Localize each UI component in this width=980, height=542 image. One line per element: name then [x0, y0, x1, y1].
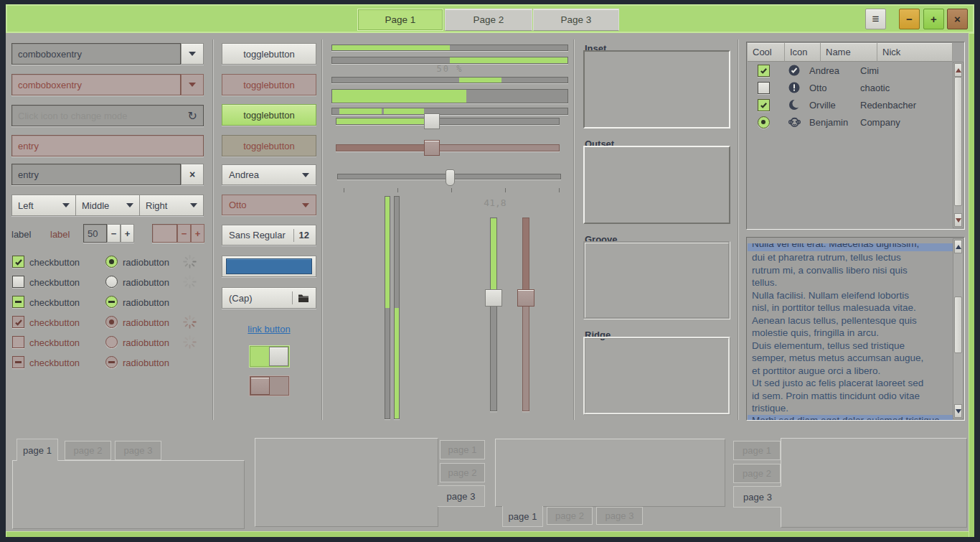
tree-column-header-cool[interactable]: Cool [748, 43, 785, 62]
scale-handle-disabled [424, 140, 440, 156]
combobox-andrea[interactable]: Andrea [222, 164, 316, 185]
row-checkbox-unchecked[interactable] [758, 82, 770, 94]
refresh-icon[interactable]: ↻ [188, 109, 197, 123]
tree-column-header-nick[interactable]: Nick [877, 43, 953, 62]
togglebutton-normal[interactable]: togglebutton [222, 43, 316, 65]
notebook2-tab-page1[interactable]: page 1 [440, 440, 485, 459]
scale-fill [336, 118, 425, 124]
checkbox-checked[interactable] [12, 256, 24, 268]
switch-knob[interactable] [269, 347, 288, 366]
text-line: id sem. Proin mattis tincidunt odio vita… [752, 390, 951, 403]
link-button[interactable]: link button [222, 322, 316, 335]
radio-indeterminate[interactable] [105, 296, 118, 308]
notebook4-tab-page3[interactable]: page 3 [733, 486, 781, 508]
tree-column-header-name[interactable]: Name [821, 43, 877, 62]
scale-vertical[interactable] [490, 218, 497, 411]
scroll-down-button[interactable] [954, 404, 962, 418]
comboboxentry-1[interactable] [11, 43, 181, 65]
textview[interactable]: Nulla vel elit erat. Maecenas dignissim,… [746, 237, 965, 421]
tree-column-header-icon[interactable]: Icon [785, 43, 821, 62]
radio-unchecked[interactable] [105, 276, 118, 288]
notebook1-tab-page1[interactable]: page 1 [17, 439, 58, 461]
table-row[interactable]: Orville Redenbacher [748, 96, 953, 113]
textview-text[interactable]: dui et pharetra rutrum, tellus lectus ru… [752, 251, 951, 415]
notebook4-tab-page1[interactable]: page 1 [733, 441, 781, 460]
text-line: semper, metus metus accumsan augue, [752, 352, 951, 365]
checkbutton-label: checkbutton [29, 357, 80, 369]
scroll-thumb[interactable] [954, 296, 962, 353]
checkbutton-label[interactable]: checkbutton [29, 256, 80, 268]
comboboxentry-1-dropdown-button[interactable] [181, 43, 204, 65]
entry-clearable-input[interactable] [18, 169, 174, 180]
header-tab-page1[interactable]: Page 1 [357, 9, 443, 31]
notebook3-tab-page2[interactable]: page 2 [547, 507, 593, 525]
radiobutton-label[interactable]: radiobutton [123, 276, 169, 289]
font-button[interactable]: Sans Regular 12 [222, 225, 316, 246]
notebook2-tab-page3[interactable]: page 3 [438, 485, 485, 507]
minus-icon: − [182, 228, 187, 239]
row-checkbox-checked[interactable] [758, 99, 770, 111]
scroll-up-button[interactable] [954, 240, 962, 253]
spinbutton-value[interactable] [83, 224, 107, 243]
checkbutton-label[interactable]: checkbutton [29, 296, 80, 309]
checkbox-indeterminate[interactable] [12, 296, 24, 308]
text-line: et porttitor augue orci a libero. [752, 365, 951, 378]
notebook3-tab-page3[interactable]: page 3 [596, 507, 643, 525]
notebook4-tab-page2[interactable]: page 2 [733, 464, 781, 483]
mode-entry-input[interactable] [18, 111, 185, 121]
scroll-up-button[interactable] [954, 63, 962, 77]
table-row[interactable]: Andrea Cimi [748, 62, 953, 79]
minus-icon: − [111, 228, 117, 239]
separator [573, 39, 575, 420]
header-tab-page2[interactable]: Page 2 [445, 9, 532, 31]
file-chooser-button[interactable]: (Cap) [222, 287, 316, 309]
spinbutton-plus-button[interactable]: + [121, 224, 134, 243]
radio-checked[interactable] [105, 256, 118, 268]
radiobutton-label[interactable]: radiobutton [123, 256, 169, 268]
tree-scrollbar[interactable] [953, 62, 963, 228]
maximize-button[interactable]: + [923, 9, 944, 29]
spinbutton-minus-button[interactable]: − [107, 224, 121, 243]
scale-marks-handle[interactable] [446, 169, 455, 186]
mode-entry[interactable]: ↻ [11, 105, 204, 126]
minimize-button[interactable]: − [899, 9, 920, 29]
scroll-down-button[interactable] [954, 213, 962, 227]
tab-label: page 1 [23, 445, 52, 456]
scale-value-label: 41,8 [473, 197, 517, 208]
scale-horizontal[interactable] [336, 118, 560, 125]
chevron-down-icon [190, 203, 197, 207]
window-border-bottom [6, 531, 969, 537]
comboboxentry-2-dropdown-button [181, 74, 204, 95]
comboboxentry-1-input[interactable] [18, 49, 174, 60]
table-row[interactable]: Otto chaotic [748, 79, 953, 96]
row-checkbox-checked[interactable] [758, 65, 770, 77]
scroll-thumb[interactable] [954, 77, 962, 206]
color-button[interactable] [222, 256, 316, 277]
notebook1-tab-page2[interactable]: page 2 [65, 441, 111, 460]
togglebutton-active[interactable]: togglebutton [222, 104, 316, 126]
radiobutton-label[interactable]: radiobutton [123, 296, 169, 309]
switch-on[interactable] [249, 345, 290, 368]
link-button-label[interactable]: link button [248, 324, 290, 335]
checkbutton-label[interactable]: checkbutton [29, 276, 80, 289]
textview-scrollbar[interactable] [953, 238, 963, 419]
checkbox-unchecked[interactable] [12, 276, 24, 288]
minimize-icon: − [906, 13, 913, 25]
menu-button[interactable]: ≡ [865, 9, 886, 29]
table-row[interactable]: Benjamin Company [748, 113, 953, 131]
scale-vertical-handle[interactable] [485, 289, 502, 307]
clear-entry-button[interactable]: × [181, 164, 204, 185]
combobox-left[interactable]: Left [11, 195, 76, 216]
notebook2-tab-page2[interactable]: page 2 [440, 463, 485, 482]
header-tab-page3[interactable]: Page 3 [533, 9, 619, 31]
combobox-middle[interactable]: Middle [76, 195, 140, 216]
scale-handle[interactable] [424, 113, 440, 129]
close-button[interactable]: × [947, 9, 968, 29]
notebook3-tab-page1[interactable]: page 1 [502, 506, 543, 527]
notebook1-tab-page3[interactable]: page 3 [115, 441, 161, 460]
spinbutton-input[interactable] [88, 228, 103, 239]
combobox-right[interactable]: Right [140, 195, 204, 216]
row-radio-checked[interactable] [758, 116, 770, 129]
entry-clearable[interactable] [11, 164, 181, 185]
treeview[interactable]: Cool Icon Name Nick Andrea Cimi Otto c [746, 42, 965, 230]
